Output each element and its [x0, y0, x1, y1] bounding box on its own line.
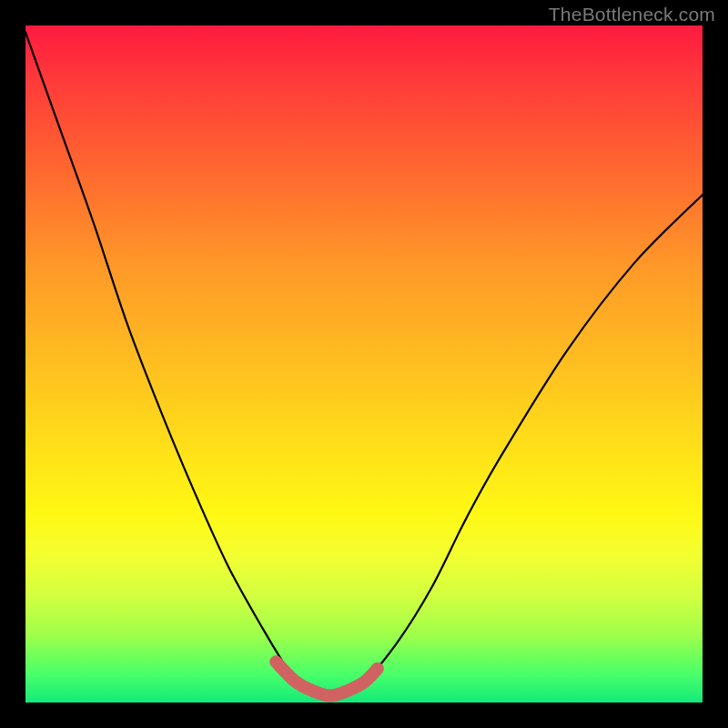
plot-area: [25, 25, 703, 703]
outer-frame: TheBottleneck.com: [0, 0, 728, 728]
bottleneck-curve: [25, 32, 703, 695]
curve-layer: [25, 25, 703, 703]
optimal-range-highlight: [276, 662, 378, 695]
watermark-text: TheBottleneck.com: [549, 4, 715, 25]
